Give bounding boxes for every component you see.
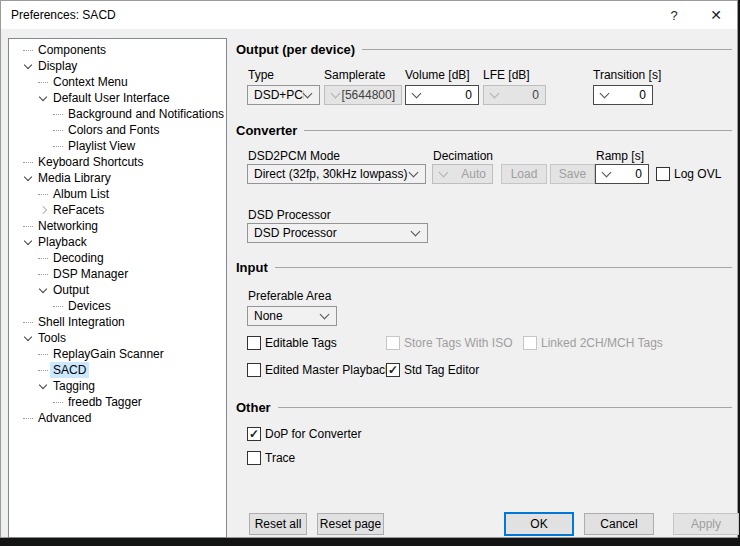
tree-item-freedb-tagger[interactable]: freedb Tagger <box>9 394 226 410</box>
help-button[interactable]: ? <box>653 1 695 29</box>
tree-item-sacd[interactable]: SACD <box>9 362 226 378</box>
tree-item-devices[interactable]: Devices <box>9 298 226 314</box>
tree-expander-icon[interactable] <box>50 394 65 410</box>
cancel-button[interactable]: Cancel <box>584 513 654 535</box>
tree-item-label[interactable]: Tools <box>35 330 69 346</box>
tree-item-label[interactable]: Media Library <box>35 170 114 186</box>
dsd2pcm-mode-select[interactable]: Direct (32fp, 30kHz lowpass) <box>247 164 426 184</box>
tree-item-label[interactable]: Colors and Fonts <box>65 122 162 138</box>
tree-item-playback[interactable]: Playback <box>9 234 226 250</box>
tree-expander-icon[interactable] <box>20 410 35 426</box>
titlebar[interactable]: Preferences: SACD ? ✕ <box>1 1 737 29</box>
tree-item-label[interactable]: Tagging <box>50 378 98 394</box>
checkbox-box[interactable] <box>386 363 400 377</box>
tree-item-label[interactable]: ReFacets <box>50 202 107 218</box>
tree-item-label[interactable]: Networking <box>35 218 101 234</box>
tree-expander-icon[interactable] <box>50 138 65 154</box>
tree-expander-icon[interactable] <box>35 202 50 218</box>
transition-input[interactable]: 0 <box>593 85 653 105</box>
preferable-area-select[interactable]: None <box>247 306 337 326</box>
tree-item-label[interactable]: Context Menu <box>50 74 131 90</box>
tree-expander-icon[interactable] <box>20 314 35 330</box>
tree-item-dsp-manager[interactable]: DSP Manager <box>9 266 226 282</box>
tree-item-shell-integration[interactable]: Shell Integration <box>9 314 226 330</box>
tree-item-default-user-interface[interactable]: Default User Interface <box>9 90 226 106</box>
tree-expander-icon[interactable] <box>50 122 65 138</box>
tree-item-label[interactable]: Decoding <box>50 250 107 266</box>
dop-for-converter-checkbox[interactable]: DoP for Converter <box>247 427 362 441</box>
tree-expander-icon[interactable] <box>20 42 35 58</box>
reset-all-button[interactable]: Reset all <box>249 513 307 535</box>
tree-expander-icon[interactable] <box>35 266 50 282</box>
tree-expander-icon[interactable] <box>20 234 35 250</box>
edited-master-playback-checkbox[interactable]: Edited Master Playback <box>247 363 391 377</box>
close-button[interactable]: ✕ <box>695 1 737 29</box>
preferences-tree[interactable]: Components Display Context Menu Default … <box>8 38 227 538</box>
tree-item-media-library[interactable]: Media Library <box>9 170 226 186</box>
tree-item-label[interactable]: Background and Notifications <box>65 106 227 122</box>
tree-item-advanced[interactable]: Advanced <box>9 410 226 426</box>
tree-item-networking[interactable]: Networking <box>9 218 226 234</box>
tree-item-context-menu[interactable]: Context Menu <box>9 74 226 90</box>
tree-expander-icon[interactable] <box>35 74 50 90</box>
tree-item-label[interactable]: Shell Integration <box>35 314 128 330</box>
checkbox-box[interactable] <box>247 363 261 377</box>
tree-expander-icon[interactable] <box>35 250 50 266</box>
tree-item-tagging[interactable]: Tagging <box>9 378 226 394</box>
tree-expander-icon[interactable] <box>35 186 50 202</box>
tree-item-playlist-view[interactable]: Playlist View <box>9 138 226 154</box>
ok-button[interactable]: OK <box>504 512 574 536</box>
tree-item-label[interactable]: Playlist View <box>65 138 138 154</box>
std-tag-editor-checkbox[interactable]: Std Tag Editor <box>386 363 479 377</box>
tree-item-label[interactable]: freedb Tagger <box>65 394 145 410</box>
tree-expander-icon[interactable] <box>20 154 35 170</box>
tree-expander-icon[interactable] <box>50 298 65 314</box>
tree-item-label[interactable]: Playback <box>35 234 90 250</box>
tree-item-keyboard-shortcuts[interactable]: Keyboard Shortcuts <box>9 154 226 170</box>
tree-item-tools[interactable]: Tools <box>9 330 226 346</box>
tree-item-background-and-notifications[interactable]: Background and Notifications <box>9 106 226 122</box>
tree-item-replaygain-scanner[interactable]: ReplayGain Scanner <box>9 346 226 362</box>
tree-expander-icon[interactable] <box>35 378 50 394</box>
tree-item-label[interactable]: DSP Manager <box>50 266 131 282</box>
tree-item-label[interactable]: Display <box>35 58 80 74</box>
tree-expander-icon[interactable] <box>20 218 35 234</box>
tree-expander-icon[interactable] <box>35 90 50 106</box>
tree-item-refacets[interactable]: ReFacets <box>9 202 226 218</box>
tree-item-label[interactable]: ReplayGain Scanner <box>50 346 167 362</box>
tree-item-label[interactable]: Devices <box>65 298 114 314</box>
tree-item-label[interactable]: Album List <box>50 186 112 202</box>
chevron-down-icon <box>411 227 421 237</box>
tree-expander-icon[interactable] <box>20 58 35 74</box>
tree-item-components[interactable]: Components <box>9 42 226 58</box>
ramp-input[interactable]: 0 <box>595 164 649 184</box>
tree-item-display[interactable]: Display <box>9 58 226 74</box>
log-ovl-checkbox[interactable]: Log OVL <box>656 167 721 181</box>
tree-item-label[interactable]: SACD <box>50 362 89 378</box>
tree-item-label[interactable]: Default User Interface <box>50 90 173 106</box>
type-select[interactable]: DSD+PCM <box>247 85 320 105</box>
tree-expander-icon[interactable] <box>35 346 50 362</box>
checkbox-box[interactable] <box>656 167 670 181</box>
tree-expander-icon[interactable] <box>35 282 50 298</box>
tree-expander-icon[interactable] <box>20 330 35 346</box>
tree-item-label[interactable]: Advanced <box>35 410 94 426</box>
volume-input[interactable]: 0 <box>405 85 479 105</box>
checkbox-box[interactable] <box>247 451 261 465</box>
dsd-processor-select[interactable]: DSD Processor <box>247 223 428 243</box>
tree-expander-icon[interactable] <box>35 362 50 378</box>
tree-item-label[interactable]: Keyboard Shortcuts <box>35 154 146 170</box>
editable-tags-checkbox[interactable]: Editable Tags <box>247 336 337 350</box>
trace-checkbox[interactable]: Trace <box>247 451 295 465</box>
checkbox-box[interactable] <box>247 427 261 441</box>
tree-expander-icon[interactable] <box>20 170 35 186</box>
tree-item-label[interactable]: Output <box>50 282 92 298</box>
tree-expander-icon[interactable] <box>50 106 65 122</box>
tree-item-album-list[interactable]: Album List <box>9 186 226 202</box>
checkbox-box[interactable] <box>247 336 261 350</box>
tree-item-label[interactable]: Components <box>35 42 109 58</box>
reset-page-button[interactable]: Reset page <box>317 513 384 535</box>
tree-item-output[interactable]: Output <box>9 282 226 298</box>
tree-item-decoding[interactable]: Decoding <box>9 250 226 266</box>
tree-item-colors-and-fonts[interactable]: Colors and Fonts <box>9 122 226 138</box>
